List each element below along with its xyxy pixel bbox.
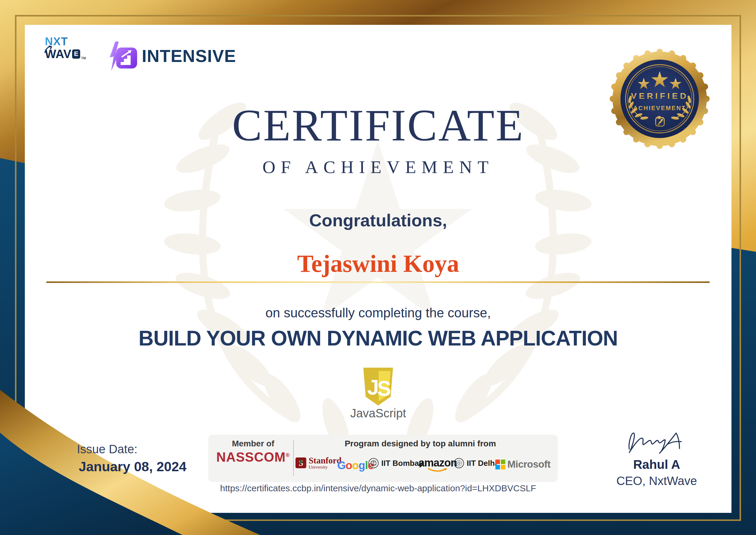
intensive-logo-icon [108,41,138,74]
certificate-title: CERTIFICATE [25,102,731,149]
registered-mark: ® [286,452,290,458]
intensive-logo-text: INTENSIVE [142,41,236,70]
amazon-logo: amazon [418,458,457,472]
wave-arrow-icon [44,44,54,53]
trademark-label: TM [81,57,86,60]
signature-image [621,425,692,456]
nasscom-logo: NASSCOM® [216,450,290,465]
stanford-name: Stanford [309,456,342,465]
member-of-label: Member of [232,439,274,448]
certificate-page: NXT WAVETM INTENSIVE [0,0,756,535]
technology-label: JavaScript [25,407,731,420]
stanford-logo: S Stanford University [295,456,342,469]
completion-line: on successfully completing the course, [25,305,731,320]
iit-bombay-emblem-icon [368,458,379,469]
badge-verified-label: VERIFIED [631,91,688,100]
course-title: BUILD YOUR OWN DYNAMIC WEB APPLICATION [25,326,731,350]
nasscom-text: NASSCOM [216,450,286,465]
nxtwave-logo-e: E [72,49,80,59]
microsoft-squares-icon [496,460,505,469]
gold-divider-line [46,281,710,283]
iit-delhi-logo: IIT Delhi [453,458,497,469]
svg-text:S: S [377,377,391,400]
stanford-shield-icon: S [295,457,307,468]
greeting-text: Congratulations, [25,210,731,230]
iit-delhi-text: IIT Delhi [467,459,497,468]
certificate-subtitle: OF ACHIEVEMENT [25,157,731,178]
javascript-logo-icon: J S [362,368,395,406]
amazon-smile-icon [427,468,448,472]
issue-date-value: January 08, 2024 [79,459,186,474]
recipient-name: Tejaswini Koya [25,250,731,278]
strip-divider [293,440,294,476]
issue-date-label: Issue Date: [77,442,186,456]
signatory-name: Rahul A [618,458,695,472]
iit-bombay-logo: IIT Bombay [368,458,423,469]
iit-bombay-text: IIT Bombay [381,459,423,468]
iit-delhi-emblem-icon [453,458,465,469]
microsoft-text: Microsoft [507,459,551,470]
issue-date-block: Issue Date: January 08, 2024 [77,442,186,474]
program-designed-label: Program designed by top alumni from [345,439,496,448]
microsoft-logo: Microsoft [496,459,551,470]
signatory-title: CEO, NxtWave [609,474,705,488]
amazon-text: amazon [418,458,457,468]
stanford-university: University [309,465,342,469]
